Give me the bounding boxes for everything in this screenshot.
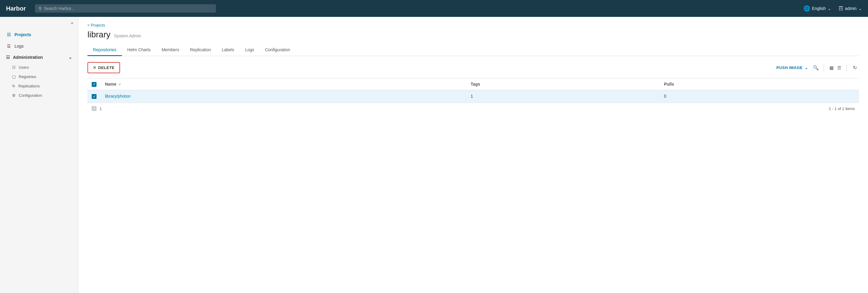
sidebar-item-users-label: Users bbox=[19, 65, 29, 70]
search-placeholder: Search Harbor... bbox=[44, 6, 75, 11]
tab-helm-charts[interactable]: Helm Charts bbox=[122, 44, 156, 56]
user-chevron-icon: ⌄ bbox=[858, 6, 862, 11]
top-nav: Harbor ⚲ Search Harbor... 🌐 English ⌄ ☶ … bbox=[0, 0, 868, 17]
toolbar-right: PUSH IMAGE ⌄ 🔍 ▦ ☰ ↻ bbox=[776, 64, 859, 72]
delete-button-label: DELETE bbox=[98, 65, 115, 70]
user-label: admin bbox=[845, 6, 857, 11]
search-bar[interactable]: ⚲ Search Harbor... bbox=[35, 4, 216, 13]
tab-replication[interactable]: Replication bbox=[185, 44, 216, 56]
sidebar-item-users[interactable]: ☷ Users bbox=[6, 63, 78, 72]
tab-members[interactable]: Members bbox=[156, 44, 185, 56]
sidebar-item-registries-label: Registries bbox=[19, 74, 36, 79]
logs-icon: ☰ bbox=[6, 43, 11, 49]
brand-logo: Harbor bbox=[6, 5, 26, 12]
sidebar-item-configuration[interactable]: ⚙ Configuration bbox=[6, 91, 78, 100]
page-header: library System Admin bbox=[88, 30, 859, 39]
footer-count: 1 bbox=[99, 106, 102, 111]
search-icon: ⚲ bbox=[39, 6, 42, 11]
table-footer: 1 1 - 1 of 1 items bbox=[88, 103, 859, 114]
nav-right: 🌐 English ⌄ ☶ admin ⌄ bbox=[803, 5, 862, 12]
breadcrumb[interactable]: < Projects bbox=[88, 23, 859, 27]
repositories-table: Name ▿ Tags Pulls library/photon bbox=[88, 78, 859, 103]
row-checkbox-cell bbox=[88, 90, 101, 103]
tab-labels[interactable]: Labels bbox=[216, 44, 240, 56]
push-image-label: PUSH IMAGE bbox=[776, 65, 803, 70]
sidebar-item-logs[interactable]: ☰ Logs bbox=[0, 40, 78, 52]
name-column-label: Name bbox=[105, 82, 116, 87]
toolbar-divider-2 bbox=[846, 64, 847, 71]
sidebar-collapse-button[interactable]: « bbox=[0, 17, 78, 29]
admin-expand-icon: ⌄ bbox=[68, 55, 72, 60]
pulls-column-header: Pulls bbox=[660, 78, 859, 90]
main-content: < Projects library System Admin Reposito… bbox=[79, 17, 868, 293]
page-title: library bbox=[88, 30, 111, 39]
tab-configuration[interactable]: Configuration bbox=[260, 44, 296, 56]
refresh-button[interactable]: ↻ bbox=[850, 64, 859, 72]
name-column-header: Name ▿ bbox=[101, 78, 467, 90]
pulls-column-label: Pulls bbox=[664, 82, 674, 87]
delete-button[interactable]: ✕ DELETE bbox=[89, 63, 119, 72]
registries-icon: ▢ bbox=[12, 74, 16, 79]
footer-checkbox[interactable] bbox=[92, 106, 96, 111]
users-icon: ☷ bbox=[12, 65, 16, 70]
language-label: English bbox=[812, 6, 826, 11]
sidebar-item-projects-label: Projects bbox=[14, 32, 31, 37]
sidebar: « ☷ Projects ☰ Logs ☷ Administration ⌄ ☷… bbox=[0, 17, 79, 293]
delete-button-wrapper: ✕ DELETE bbox=[88, 62, 120, 73]
push-image-chevron-icon: ⌄ bbox=[805, 65, 808, 70]
page-subtitle: System Admin bbox=[114, 33, 141, 38]
select-all-header bbox=[88, 78, 101, 90]
delete-x-icon: ✕ bbox=[93, 65, 96, 70]
sidebar-administration[interactable]: ☷ Administration ⌄ bbox=[0, 52, 78, 63]
list-view-button[interactable]: ☰ bbox=[835, 64, 843, 72]
projects-icon: ☷ bbox=[6, 32, 11, 37]
language-selector[interactable]: 🌐 English ⌄ bbox=[803, 5, 831, 12]
table-row: library/photon 1 0 bbox=[88, 90, 859, 103]
sidebar-item-configuration-label: Configuration bbox=[19, 93, 42, 98]
table-header-row: Name ▿ Tags Pulls bbox=[88, 78, 859, 90]
tags-column-label: Tags bbox=[471, 82, 480, 87]
sidebar-administration-label: Administration bbox=[13, 55, 43, 60]
view-toggle: ▦ ☰ bbox=[828, 64, 843, 72]
select-all-checkbox[interactable] bbox=[92, 82, 96, 87]
sidebar-item-registries[interactable]: ▢ Registries bbox=[6, 72, 78, 82]
row-checkbox[interactable] bbox=[92, 94, 96, 99]
pagination-info: 1 - 1 of 1 items bbox=[829, 106, 855, 111]
grid-view-button[interactable]: ▦ bbox=[828, 64, 835, 72]
repository-link[interactable]: library/photon bbox=[105, 94, 131, 99]
lang-chevron-icon: ⌄ bbox=[828, 6, 831, 11]
tabs-bar: Repositories Helm Charts Members Replica… bbox=[88, 44, 859, 56]
row-pulls-cell: 0 bbox=[660, 90, 859, 103]
configuration-icon: ⚙ bbox=[12, 93, 16, 98]
user-icon: ☶ bbox=[838, 5, 843, 12]
tags-column-header: Tags bbox=[467, 78, 660, 90]
name-sort-icon: ▿ bbox=[119, 83, 121, 86]
main-layout: « ☷ Projects ☰ Logs ☷ Administration ⌄ ☷… bbox=[0, 17, 868, 293]
tab-logs[interactable]: Logs bbox=[240, 44, 260, 56]
collapse-icon: « bbox=[71, 21, 73, 25]
admin-sub-items: ☷ Users ▢ Registries ↻ Replications ⚙ Co… bbox=[0, 63, 78, 100]
sidebar-item-logs-label: Logs bbox=[14, 44, 24, 48]
sidebar-item-replications-label: Replications bbox=[19, 84, 40, 88]
push-image-button[interactable]: PUSH IMAGE ⌄ bbox=[776, 65, 808, 70]
admin-icon: ☷ bbox=[6, 55, 10, 60]
row-tags-cell: 1 bbox=[467, 90, 660, 103]
replications-icon: ↻ bbox=[12, 84, 16, 88]
user-menu[interactable]: ☶ admin ⌄ bbox=[838, 5, 862, 12]
toolbar: ✕ DELETE PUSH IMAGE ⌄ 🔍 ▦ ☰ ↻ bbox=[88, 62, 859, 73]
sidebar-item-projects[interactable]: ☷ Projects bbox=[0, 29, 78, 40]
toolbar-divider-1 bbox=[824, 64, 824, 71]
tab-repositories[interactable]: Repositories bbox=[88, 44, 122, 56]
row-name-cell: library/photon bbox=[101, 90, 467, 103]
globe-icon: 🌐 bbox=[803, 5, 810, 12]
search-toolbar-button[interactable]: 🔍 bbox=[812, 64, 820, 72]
sidebar-item-replications[interactable]: ↻ Replications bbox=[6, 82, 78, 91]
